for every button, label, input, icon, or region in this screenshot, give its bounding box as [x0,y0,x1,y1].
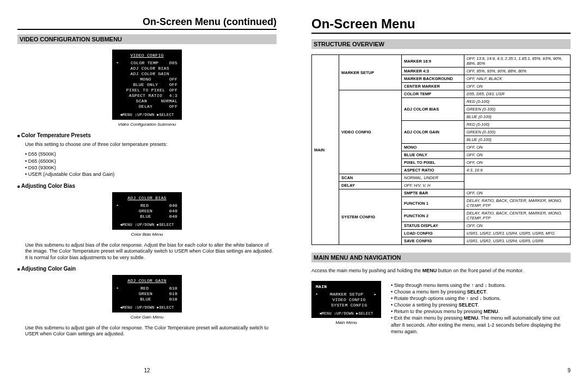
list-item: Choose a setting by pressing SELECT. [391,302,571,308]
text-color-bias: Use this submenu to adjust bias of the c… [25,242,277,261]
page-9: On-Screen Menu STRUCTURE OVERVIEW MAINMA… [294,0,588,380]
list-item: Exit the main menu by pressing MENU. The… [391,315,571,334]
page-number-right: 9 [567,367,571,373]
list-item: D65 (6500K) [25,158,277,164]
list-item: Rotate through options using the ↑ and ↓… [391,295,571,302]
table-row: SCANNORMAL, UNDER [312,174,571,182]
table-row: VIDEO CONFIGCOLOR TEMPD55, D65, D93, USR [312,90,571,98]
list-item: Step through menu items using the ↑ and … [391,282,571,289]
lcd-video-config: VIDEO CONFIGCOLOR TEMPD65ADJ COLOR BIASA… [17,50,277,127]
page-12: On-Screen Menu (continued) VIDEO CONFIGU… [0,0,294,380]
list-item: Return to the previous menu by pressing … [391,308,571,315]
text-color-gain: Use this submenu to adjust gain of the c… [25,325,277,338]
page-continued-title: On-Screen Menu (continued) [17,16,277,30]
section-video-config: VIDEO CONFIGURATION SUBMENU [17,34,277,44]
table-row: MAINMARKER SETUPMARKER 16:9OFF, 13:9, 14… [312,55,571,68]
lcd-main-menu: MAINMARKER SETUP▸VIDEO CONFIGSYSTEM CONF… [311,281,381,331]
lcd-color-bias: ADJ COLOR BIASRED040GREEN040BLUE040◄MENU… [17,192,277,237]
heading-color-temp: Color Temperature Presets [17,132,277,138]
table-row: DELAYOFF, H/V, V, H [312,182,571,189]
list-item: Choose a menu item by pressing SELECT. [391,289,571,295]
list-presets: D55 (5500K)D65 (6500K)D93 (9300K)USER (A… [25,151,277,177]
heading-color-gain: Adjusting Color Gain [17,266,277,272]
text-color-temp: Use this setting to choose one of three … [25,142,277,148]
section-structure: STRUCTURE OVERVIEW [311,39,571,49]
table-row: SYSTEM CONFIGSMPTE BAROFF, ON [312,189,571,197]
list-item: USER (Adjustable Color Bias and Gain) [25,171,277,177]
lcd-color-gain: ADJ COLOR GAINRED010GREEN010BLUE010◄MENU… [17,275,277,320]
nav-intro: Access the main menu by pushing and hold… [311,268,571,274]
heading-color-bias: Adjusting Color Bias [17,183,277,189]
page-title: On-Screen Menu [311,16,571,34]
section-main-nav: MAIN MENU AND NAVIGATION [311,253,571,262]
nav-steps-list: Step through menu items using the ↑ and … [391,282,571,335]
structure-table: MAINMARKER SETUPMARKER 16:9OFF, 13:9, 14… [311,54,571,245]
list-item: D55 (5500K) [25,151,277,157]
list-item: D93 (9300K) [25,164,277,171]
page-number-left: 12 [144,367,150,373]
